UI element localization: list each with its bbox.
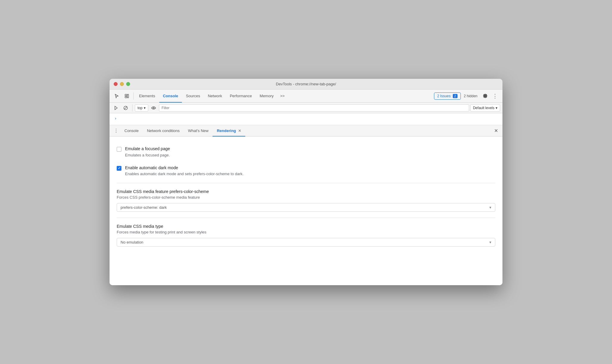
- minimize-button[interactable]: [120, 82, 124, 86]
- prefers-color-scheme-value: prefers-color-scheme: dark: [121, 205, 167, 210]
- emulate-focused-desc: Emulates a focused page.: [125, 153, 170, 158]
- auto-dark-mode-text: Enable automatic dark mode Enables autom…: [125, 165, 243, 177]
- section-divider-1: [117, 183, 495, 183]
- run-console-btn[interactable]: [112, 104, 120, 112]
- close-drawer-icon: ✕: [494, 128, 498, 134]
- close-drawer-btn[interactable]: ✕: [492, 127, 500, 135]
- console-area[interactable]: ›: [110, 113, 502, 125]
- default-levels-btn[interactable]: Default levels ▾: [470, 104, 500, 112]
- traffic-lights: [114, 82, 130, 86]
- svg-rect-1: [125, 96, 127, 98]
- emulate-focused-checkbox-container: [117, 147, 121, 152]
- svg-rect-2: [127, 94, 129, 98]
- eye-icon: [151, 106, 156, 109]
- emulate-focused-text: Emulate a focused page Emulates a focuse…: [125, 146, 170, 158]
- settings-button[interactable]: [480, 91, 490, 101]
- auto-dark-mode-checkbox-container: [117, 166, 121, 171]
- emulate-css-label: Emulate CSS media feature prefers-color-…: [117, 189, 495, 194]
- filter-input[interactable]: [159, 104, 469, 112]
- close-button[interactable]: [114, 82, 118, 86]
- main-toolbar: Elements Console Sources Network Perform…: [110, 90, 502, 103]
- bottom-tabs-bar: ⋮ Console Network conditions What's New …: [110, 125, 502, 136]
- issues-label: 2 Issues:: [437, 94, 452, 98]
- maximize-button[interactable]: [126, 82, 130, 86]
- dropdown-arrow-1: ▾: [489, 205, 491, 210]
- issues-button[interactable]: 2 Issues: 2: [434, 92, 461, 100]
- emulate-css-section: Emulate CSS media feature prefers-color-…: [117, 186, 495, 215]
- toolbar-divider-1: [133, 92, 134, 100]
- emulate-focused-label: Emulate a focused page: [125, 146, 170, 152]
- title-bar: DevTools - chrome://new-tab-page/: [110, 79, 502, 90]
- emulate-focused-row: Emulate a focused page Emulates a focuse…: [117, 142, 495, 161]
- gear-icon: [483, 94, 488, 98]
- rendering-content: Emulate a focused page Emulates a focuse…: [110, 136, 502, 285]
- tab-console[interactable]: Console: [159, 90, 182, 103]
- auto-dark-mode-label: Enable automatic dark mode: [125, 165, 243, 171]
- svg-point-6: [153, 107, 154, 109]
- devtools-window: DevTools - chrome://new-tab-page/ Elemen…: [110, 79, 502, 285]
- dots-icon: ⋮: [114, 128, 118, 134]
- default-levels-label: Default levels: [473, 106, 494, 110]
- context-value: top: [138, 106, 143, 110]
- context-selector[interactable]: top ▾: [135, 104, 148, 112]
- hidden-count: 2 hidden: [461, 94, 480, 98]
- default-levels-arrow: ▾: [496, 106, 497, 110]
- console-divider: [132, 104, 132, 112]
- tab-network[interactable]: Network: [204, 90, 226, 103]
- auto-dark-mode-desc: Enables automatic dark mode and sets pre…: [125, 171, 243, 177]
- cursor-icon: [114, 94, 119, 98]
- svg-line-5: [124, 106, 127, 109]
- bottom-tab-menu-btn[interactable]: ⋮: [112, 127, 120, 135]
- tab-console-bottom[interactable]: Console: [120, 125, 143, 136]
- inspect-icon: [124, 94, 129, 98]
- prefers-color-scheme-dropdown[interactable]: prefers-color-scheme: dark ▾: [117, 203, 495, 212]
- tab-rendering[interactable]: Rendering ✕: [213, 125, 245, 136]
- issues-badge: 2: [453, 94, 458, 98]
- context-arrow: ▾: [144, 106, 146, 110]
- play-icon: [114, 106, 118, 110]
- eye-filter-btn[interactable]: [149, 104, 158, 112]
- menu-button[interactable]: ⋮: [491, 91, 500, 101]
- svg-rect-0: [125, 94, 127, 96]
- svg-marker-3: [115, 106, 117, 110]
- close-rendering-tab[interactable]: ✕: [238, 129, 241, 133]
- emulate-media-label: Emulate CSS media type: [117, 224, 495, 229]
- vertical-dots-icon: ⋮: [492, 93, 498, 99]
- emulate-css-desc: Forces CSS prefers-color-scheme media fe…: [117, 195, 495, 200]
- dropdown-arrow-2: ▾: [489, 240, 491, 244]
- tab-network-conditions[interactable]: Network conditions: [143, 125, 184, 136]
- section-divider-2: [117, 218, 495, 218]
- emulate-focused-checkbox[interactable]: [117, 147, 121, 152]
- auto-dark-mode-row: Enable automatic dark mode Enables autom…: [117, 161, 495, 181]
- console-toolbar: top ▾ Default levels ▾: [110, 103, 502, 113]
- tab-sources[interactable]: Sources: [182, 90, 204, 103]
- window-title: DevTools - chrome://new-tab-page/: [276, 82, 336, 86]
- tab-performance[interactable]: Performance: [226, 90, 255, 103]
- cursor-icon-btn[interactable]: [112, 91, 121, 101]
- more-tabs-btn[interactable]: >>: [278, 91, 287, 101]
- clear-console-btn[interactable]: [121, 104, 130, 112]
- media-type-dropdown[interactable]: No emulation ▾: [117, 238, 495, 247]
- emulate-media-type-section: Emulate CSS media type Forces media type…: [117, 220, 495, 250]
- media-type-value: No emulation: [121, 240, 143, 244]
- tab-whats-new[interactable]: What's New: [184, 125, 213, 136]
- inspect-icon-btn[interactable]: [122, 91, 132, 101]
- tab-memory[interactable]: Memory: [256, 90, 277, 103]
- tab-elements[interactable]: Elements: [135, 90, 159, 103]
- auto-dark-mode-checkbox[interactable]: [117, 166, 121, 171]
- block-icon: [124, 106, 128, 110]
- console-prompt: ›: [114, 116, 117, 121]
- emulate-media-desc: Forces media type for testing print and …: [117, 230, 495, 234]
